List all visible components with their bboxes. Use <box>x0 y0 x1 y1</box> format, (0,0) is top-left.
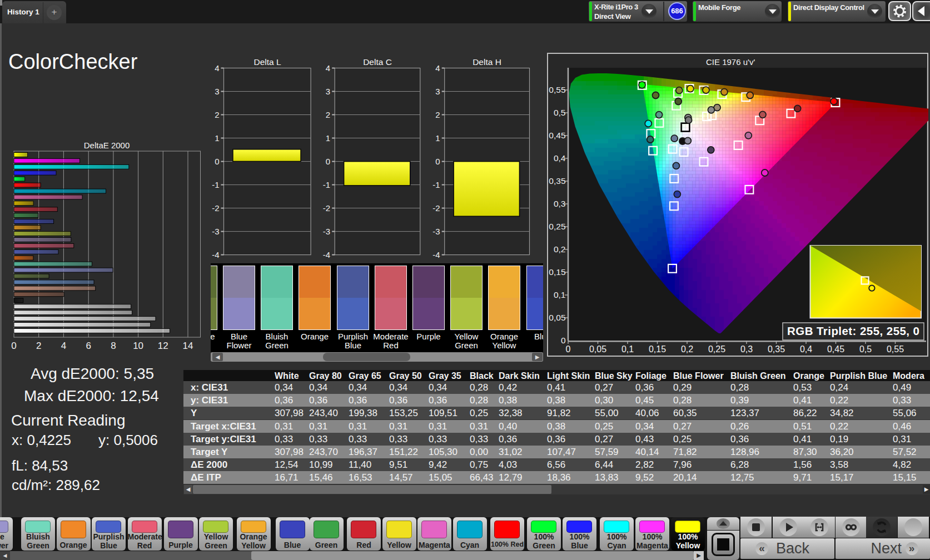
svg-text:0,3: 0,3 <box>554 199 566 208</box>
svg-text:-1: -1 <box>323 180 330 189</box>
svg-text:-4: -4 <box>212 250 219 259</box>
svg-text:12: 12 <box>158 341 168 351</box>
svg-text:0,5: 0,5 <box>554 108 566 117</box>
svg-text:0,15: 0,15 <box>649 344 666 354</box>
svg-text:Delta C: Delta C <box>363 57 392 67</box>
svg-text:0,5: 0,5 <box>859 344 872 354</box>
svg-text:RGB Triplet: 255, 255, 0: RGB Triplet: 255, 255, 0 <box>787 324 919 337</box>
svg-text:1: 1 <box>215 133 219 143</box>
svg-text:4: 4 <box>61 341 66 351</box>
svg-text:-1: -1 <box>212 180 219 189</box>
svg-text:-3: -3 <box>212 227 219 236</box>
svg-text:0,1: 0,1 <box>554 290 566 299</box>
svg-text:10: 10 <box>133 341 143 351</box>
svg-text:0: 0 <box>435 157 440 166</box>
svg-text:0,45: 0,45 <box>549 131 565 140</box>
svg-text:0,15: 0,15 <box>549 267 565 277</box>
svg-text:0: 0 <box>561 336 566 345</box>
svg-text:2: 2 <box>435 110 440 119</box>
svg-text:0,25: 0,25 <box>549 222 565 231</box>
svg-text:-3: -3 <box>432 227 440 236</box>
svg-text:0,1: 0,1 <box>621 344 634 354</box>
svg-text:-2: -2 <box>432 203 440 213</box>
svg-text:4: 4 <box>326 63 330 73</box>
svg-text:DeltaE 2000: DeltaE 2000 <box>84 141 130 150</box>
svg-text:Delta L: Delta L <box>253 57 281 67</box>
svg-text:0,2: 0,2 <box>681 344 693 354</box>
svg-text:0,25: 0,25 <box>708 344 725 354</box>
svg-text:-4: -4 <box>323 250 330 259</box>
svg-text:2: 2 <box>326 110 330 119</box>
svg-text:14: 14 <box>183 341 193 351</box>
svg-text:-2: -2 <box>323 203 330 213</box>
svg-text:3: 3 <box>326 87 330 96</box>
svg-text:2: 2 <box>36 341 41 351</box>
svg-text:0: 0 <box>11 341 16 351</box>
svg-text:1: 1 <box>435 133 440 143</box>
svg-text:3: 3 <box>435 87 440 96</box>
svg-text:0,4: 0,4 <box>800 344 812 354</box>
svg-text:2: 2 <box>215 110 219 119</box>
svg-text:-4: -4 <box>432 250 440 259</box>
svg-text:4: 4 <box>215 63 219 73</box>
svg-text:8: 8 <box>111 341 116 351</box>
svg-text:0,35: 0,35 <box>549 176 565 186</box>
svg-text:1: 1 <box>326 133 330 143</box>
svg-text:0: 0 <box>566 344 571 354</box>
svg-text:4: 4 <box>435 63 440 73</box>
svg-text:-3: -3 <box>323 227 330 236</box>
svg-text:0,05: 0,05 <box>589 344 606 354</box>
svg-text:0,3: 0,3 <box>740 344 753 354</box>
svg-text:6: 6 <box>86 341 91 351</box>
svg-text:0: 0 <box>215 157 219 166</box>
svg-text:0: 0 <box>326 157 330 166</box>
svg-text:0,4: 0,4 <box>554 153 566 163</box>
svg-text:3: 3 <box>215 87 219 96</box>
svg-text:0,2: 0,2 <box>554 244 566 254</box>
svg-text:-2: -2 <box>212 203 219 213</box>
svg-text:Delta H: Delta H <box>473 57 501 67</box>
svg-text:0,05: 0,05 <box>549 313 565 322</box>
svg-text:-1: -1 <box>432 180 440 189</box>
svg-text:0,55: 0,55 <box>549 85 565 94</box>
svg-text:0,55: 0,55 <box>887 344 904 354</box>
svg-text:0,35: 0,35 <box>768 344 785 354</box>
svg-text:0,45: 0,45 <box>827 344 844 354</box>
